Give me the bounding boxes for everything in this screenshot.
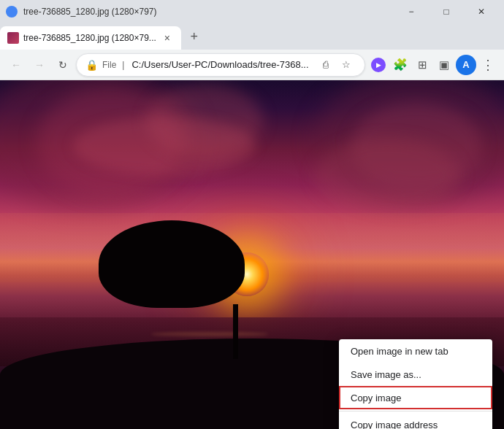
window-title: tree-736885_1280.jpg (1280×797)	[23, 7, 156, 17]
separator-text: |	[122, 60, 124, 70]
chrome-logo-icon	[6, 6, 18, 18]
sidebar-button[interactable]: ▣	[434, 55, 454, 75]
reload-button[interactable]: ↻	[53, 55, 73, 75]
back-button[interactable]: ←	[6, 55, 26, 75]
tab-close-button[interactable]: ×	[161, 31, 174, 45]
menu-item-open-image-new-tab[interactable]: Open image in new tab	[339, 339, 492, 363]
media-icon: ▶	[371, 58, 386, 72]
share-button[interactable]: ⎙	[316, 55, 335, 74]
file-label: File	[102, 60, 116, 70]
window-controls: − □ ✕	[394, 0, 498, 23]
address-bar: ← → ↻ 🔒 File | C:/Users/User-PC/Download…	[0, 50, 504, 80]
menu-item-save-image-as[interactable]: Save image as...	[339, 363, 492, 386]
menu-icon: ⋮	[481, 57, 495, 73]
address-input[interactable]: 🔒 File | C:/Users/User-PC/Downloads/tree…	[76, 53, 365, 77]
menu-item-open-image-new-tab-label: Open image in new tab	[351, 346, 448, 357]
maximize-button[interactable]: □	[429, 0, 463, 23]
tab-bar: tree-736885_1280.jpg (1280×79... × +	[0, 23, 504, 50]
context-menu: Open image in new tab Save image as... C…	[339, 339, 492, 429]
tab-label: tree-736885_1280.jpg (1280×79...	[23, 33, 156, 43]
close-button[interactable]: ✕	[465, 0, 498, 23]
info-icon: 🔒	[85, 59, 98, 71]
menu-item-copy-image-label: Copy image	[351, 393, 401, 403]
context-menu-separator-1	[339, 411, 492, 411]
window-titlebar: tree-736885_1280.jpg (1280×797) − □ ✕	[0, 0, 504, 23]
menu-button[interactable]: ⋮	[478, 55, 498, 75]
url-text: C:/Users/User-PC/Downloads/tree-7368...	[131, 59, 312, 70]
menu-item-save-image-as-label: Save image as...	[351, 369, 421, 380]
menu-item-copy-image[interactable]: Copy image	[339, 386, 492, 409]
active-tab[interactable]: tree-736885_1280.jpg (1280×79... ×	[0, 26, 181, 50]
extensions-button[interactable]: 🧩	[390, 55, 411, 75]
profile-button[interactable]: A	[456, 55, 476, 75]
puzzle-icon: ⊞	[418, 58, 427, 72]
forward-button[interactable]: →	[29, 55, 50, 75]
toolbar-icons: ▶ 🧩 ⊞ ▣ A ⋮	[368, 55, 498, 75]
address-actions: ⎙ ☆	[316, 55, 356, 74]
minimize-button[interactable]: −	[394, 0, 428, 23]
tree-canopy	[99, 220, 245, 308]
media-button[interactable]: ▶	[368, 55, 389, 75]
cloud-6	[73, 117, 256, 175]
tab-favicon-icon	[7, 32, 19, 44]
cloud-7	[314, 139, 460, 212]
menu-item-copy-image-address-label: Copy image address	[351, 420, 438, 430]
new-tab-button[interactable]: +	[184, 26, 205, 47]
puzzle-button[interactable]: ⊞	[412, 55, 432, 75]
tree-silhouette	[164, 217, 310, 359]
menu-item-copy-image-address[interactable]: Copy image address	[339, 413, 492, 429]
bookmark-button[interactable]: ☆	[337, 55, 356, 74]
tree-trunk	[233, 304, 238, 359]
sidebar-icon: ▣	[439, 58, 449, 72]
extensions-icon: 🧩	[393, 58, 408, 72]
main-content: Open image in new tab Save image as... C…	[0, 80, 504, 429]
